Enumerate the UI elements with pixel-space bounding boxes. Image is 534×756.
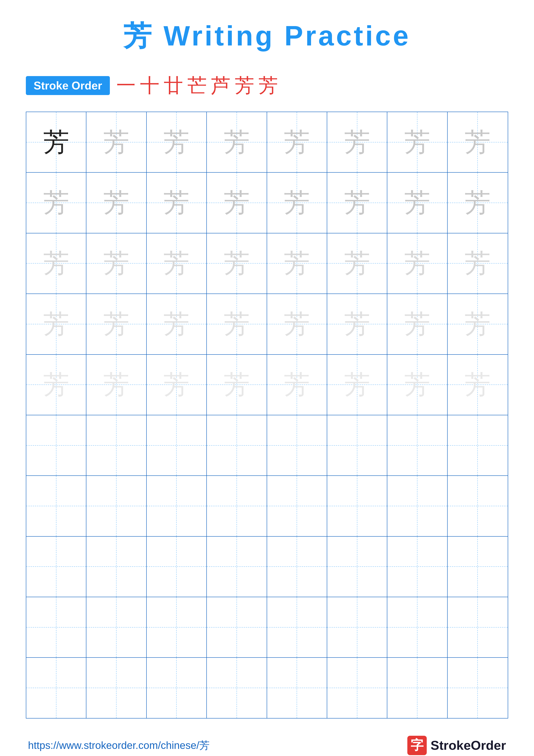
grid-cell-0-4[interactable]: 芳: [267, 112, 327, 172]
grid-cell-2-1[interactable]: 芳: [87, 233, 146, 293]
grid-cell-5-4[interactable]: [267, 415, 327, 475]
grid-cell-0-3[interactable]: 芳: [207, 112, 267, 172]
grid-cell-6-1[interactable]: [87, 476, 146, 536]
grid-cell-0-0[interactable]: 芳: [26, 112, 87, 172]
grid-cell-7-3[interactable]: [207, 537, 267, 597]
grid-cell-4-5[interactable]: 芳: [327, 355, 387, 415]
grid-cell-6-6[interactable]: [387, 476, 447, 536]
grid-cell-0-7[interactable]: 芳: [447, 112, 508, 172]
grid-cell-4-7[interactable]: 芳: [447, 355, 508, 415]
grid-cell-2-3[interactable]: 芳: [207, 233, 267, 293]
grid-row-0: 芳芳芳芳芳芳芳芳: [26, 112, 508, 173]
grid-cell-0-2[interactable]: 芳: [147, 112, 207, 172]
grid-cell-1-1[interactable]: 芳: [87, 173, 146, 233]
stroke-5: 芳: [235, 72, 254, 99]
stroke-order-badge: Stroke Order: [26, 76, 110, 95]
stroke-2: 廿: [164, 72, 183, 99]
cell-char-4-1: 芳: [103, 372, 129, 398]
grid-cell-8-2[interactable]: [147, 597, 207, 657]
grid-cell-1-0[interactable]: 芳: [26, 173, 87, 233]
grid-cell-3-5[interactable]: 芳: [327, 294, 387, 354]
grid-cell-9-5[interactable]: [327, 658, 387, 718]
grid-cell-7-1[interactable]: [87, 537, 146, 597]
grid-cell-4-0[interactable]: 芳: [26, 355, 87, 415]
grid-cell-4-2[interactable]: 芳: [147, 355, 207, 415]
grid-cell-0-6[interactable]: 芳: [387, 112, 447, 172]
grid-cell-3-4[interactable]: 芳: [267, 294, 327, 354]
grid-cell-4-4[interactable]: 芳: [267, 355, 327, 415]
grid-cell-1-7[interactable]: 芳: [447, 173, 508, 233]
grid-cell-5-2[interactable]: [147, 415, 207, 475]
grid-cell-5-3[interactable]: [207, 415, 267, 475]
grid-cell-5-0[interactable]: [26, 415, 87, 475]
grid-cell-2-2[interactable]: 芳: [147, 233, 207, 293]
footer-logo: 字 StrokeOrder: [407, 736, 506, 755]
grid-cell-5-1[interactable]: [87, 415, 146, 475]
grid-cell-1-4[interactable]: 芳: [267, 173, 327, 233]
grid-cell-5-6[interactable]: [387, 415, 447, 475]
grid-cell-1-3[interactable]: 芳: [207, 173, 267, 233]
grid-cell-3-1[interactable]: 芳: [87, 294, 146, 354]
grid-cell-8-6[interactable]: [387, 597, 447, 657]
grid-cell-2-0[interactable]: 芳: [26, 233, 87, 293]
grid-cell-8-5[interactable]: [327, 597, 387, 657]
cell-char-1-4: 芳: [284, 190, 310, 216]
grid-cell-4-6[interactable]: 芳: [387, 355, 447, 415]
grid-cell-1-5[interactable]: 芳: [327, 173, 387, 233]
grid-cell-2-6[interactable]: 芳: [387, 233, 447, 293]
grid-cell-1-6[interactable]: 芳: [387, 173, 447, 233]
grid-cell-3-0[interactable]: 芳: [26, 294, 87, 354]
grid-cell-7-4[interactable]: [267, 537, 327, 597]
grid-cell-7-6[interactable]: [387, 537, 447, 597]
grid-cell-9-7[interactable]: [447, 658, 508, 718]
stroke-3: 芒: [188, 72, 207, 99]
grid-cell-9-3[interactable]: [207, 658, 267, 718]
cell-char-2-2: 芳: [164, 251, 189, 276]
cell-char-4-0: 芳: [43, 372, 69, 398]
grid-cell-7-0[interactable]: [26, 537, 87, 597]
grid-cell-8-1[interactable]: [87, 597, 146, 657]
cell-char-1-3: 芳: [224, 190, 250, 216]
grid-cell-3-3[interactable]: 芳: [207, 294, 267, 354]
grid-cell-2-7[interactable]: 芳: [447, 233, 508, 293]
grid-cell-9-4[interactable]: [267, 658, 327, 718]
grid-cell-6-2[interactable]: [147, 476, 207, 536]
grid-row-7: [26, 537, 508, 597]
cell-char-4-7: 芳: [465, 372, 491, 398]
cell-char-0-2: 芳: [164, 129, 189, 155]
practice-grid: 芳芳芳芳芳芳芳芳芳芳芳芳芳芳芳芳芳芳芳芳芳芳芳芳芳芳芳芳芳芳芳芳芳芳芳芳芳芳芳芳: [26, 112, 508, 718]
grid-cell-5-5[interactable]: [327, 415, 387, 475]
grid-cell-2-5[interactable]: 芳: [327, 233, 387, 293]
stroke-4: 芦: [211, 72, 231, 99]
grid-cell-6-7[interactable]: [447, 476, 508, 536]
grid-cell-6-0[interactable]: [26, 476, 87, 536]
cell-char-4-5: 芳: [344, 372, 370, 398]
grid-cell-9-1[interactable]: [87, 658, 146, 718]
grid-cell-9-0[interactable]: [26, 658, 87, 718]
grid-cell-7-7[interactable]: [447, 537, 508, 597]
grid-cell-3-6[interactable]: 芳: [387, 294, 447, 354]
grid-cell-6-5[interactable]: [327, 476, 387, 536]
grid-cell-7-5[interactable]: [327, 537, 387, 597]
grid-cell-5-7[interactable]: [447, 415, 508, 475]
grid-row-8: [26, 597, 508, 658]
grid-cell-0-1[interactable]: 芳: [87, 112, 146, 172]
grid-cell-8-3[interactable]: [207, 597, 267, 657]
grid-cell-8-7[interactable]: [447, 597, 508, 657]
cell-char-1-2: 芳: [164, 190, 189, 216]
grid-cell-7-2[interactable]: [147, 537, 207, 597]
grid-cell-6-4[interactable]: [267, 476, 327, 536]
grid-cell-9-6[interactable]: [387, 658, 447, 718]
grid-cell-4-3[interactable]: 芳: [207, 355, 267, 415]
grid-cell-0-5[interactable]: 芳: [327, 112, 387, 172]
cell-char-2-4: 芳: [284, 251, 310, 276]
grid-cell-3-7[interactable]: 芳: [447, 294, 508, 354]
grid-cell-2-4[interactable]: 芳: [267, 233, 327, 293]
grid-cell-1-2[interactable]: 芳: [147, 173, 207, 233]
grid-cell-3-2[interactable]: 芳: [147, 294, 207, 354]
grid-cell-8-4[interactable]: [267, 597, 327, 657]
grid-cell-4-1[interactable]: 芳: [87, 355, 146, 415]
grid-cell-9-2[interactable]: [147, 658, 207, 718]
grid-cell-8-0[interactable]: [26, 597, 87, 657]
grid-cell-6-3[interactable]: [207, 476, 267, 536]
